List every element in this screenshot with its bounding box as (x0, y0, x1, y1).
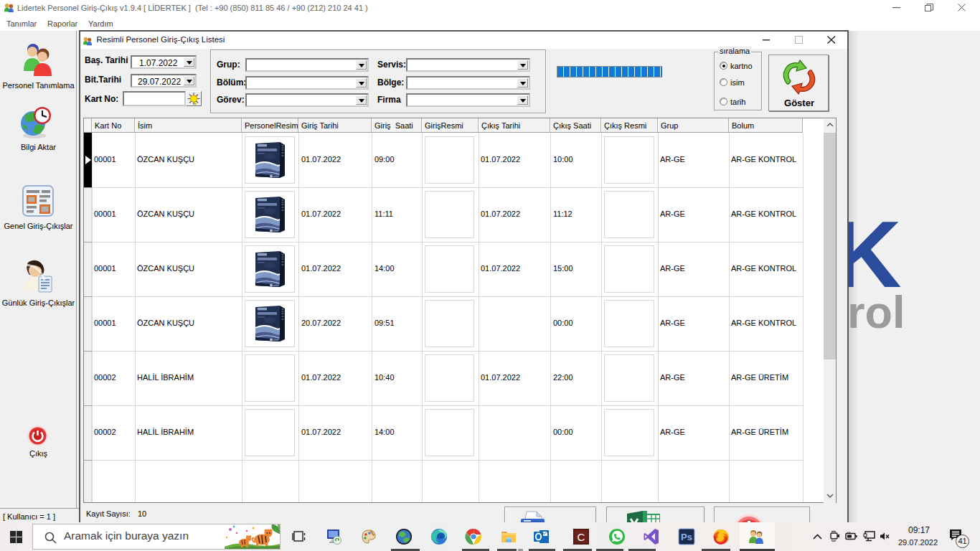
svg-text:Ps: Ps (681, 532, 692, 542)
svg-text:C: C (578, 531, 585, 543)
